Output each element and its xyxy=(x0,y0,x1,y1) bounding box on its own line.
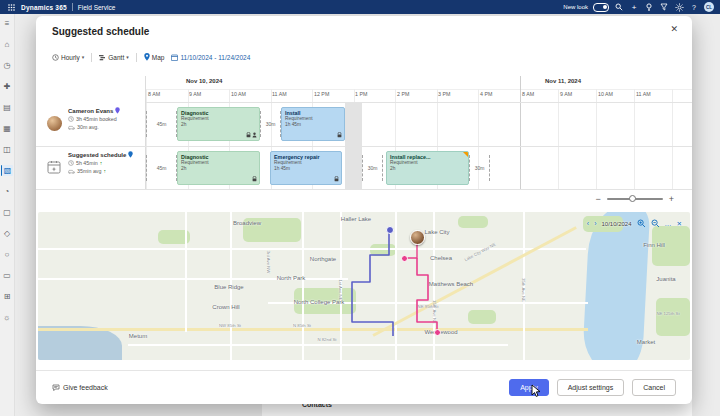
date-range-picker[interactable]: 11/10/2024 - 11/24/2024 xyxy=(171,54,250,61)
cancel-button[interactable]: Cancel xyxy=(632,379,676,396)
suggested-schedule-dialog: Suggested schedule ✕ Hourly▾ Gantt▾ Map … xyxy=(36,16,692,404)
gantt-icon xyxy=(99,54,106,61)
map-label: Metum xyxy=(129,333,147,339)
map-zoom-out-icon[interactable] xyxy=(651,219,660,228)
gantt-dropdown[interactable]: Gantt▾ xyxy=(99,54,128,61)
gantt-date-day1: Nov 10, 2024 xyxy=(186,78,222,84)
map-more-icon[interactable]: … xyxy=(665,220,672,227)
lightbulb-icon[interactable] xyxy=(644,2,654,12)
car-icon xyxy=(68,169,75,174)
bookings-icon[interactable]: ◔ xyxy=(2,186,13,197)
booking-block-install[interactable]: Install Requirement 1h 45m xyxy=(281,107,345,141)
resource-row-suggested[interactable]: Suggested schedule 5h 45min↑ 35min avg↑ xyxy=(36,146,146,190)
map-street-label: 1st Ave NE xyxy=(338,279,343,300)
road xyxy=(395,212,397,360)
booking-block-install-replace[interactable]: Install replace... Requirement 2h xyxy=(386,151,469,185)
clock-icon xyxy=(68,160,74,166)
assets-icon[interactable]: ▢ xyxy=(2,207,13,218)
booking-block-diagnostic[interactable]: Diagnostic Requirement 2h xyxy=(177,151,260,185)
route-map[interactable]: Broadview Haller Lake Lake City Finn Hil… xyxy=(38,212,690,360)
menu-icon[interactable]: ≡ xyxy=(2,18,13,29)
home-icon[interactable]: ⌂ xyxy=(2,39,13,50)
park-area xyxy=(468,310,496,324)
up-arrow-icon: ↑ xyxy=(100,160,103,166)
map-date[interactable]: 10/10/2024 xyxy=(602,221,632,227)
accounts-icon[interactable]: ◇ xyxy=(2,228,13,239)
map-label: Matthews Beach xyxy=(429,281,473,287)
give-feedback-link[interactable]: Give feedback xyxy=(52,384,108,392)
map-street-label: N 82nd St xyxy=(317,337,336,342)
route-end-marker[interactable] xyxy=(434,329,441,336)
tasks-icon[interactable]: ▦ xyxy=(2,123,13,134)
quick-create-icon[interactable]: + xyxy=(629,2,639,12)
person-icon xyxy=(252,132,257,138)
map-label: Broadview xyxy=(233,220,261,226)
travel-time: 30m xyxy=(469,155,490,181)
apps-icon[interactable]: ⊞ xyxy=(2,291,13,302)
settings-area-icon[interactable]: ☼ xyxy=(2,312,13,323)
route-stop-marker[interactable] xyxy=(401,255,408,262)
app-brand[interactable]: Dynamics 365 xyxy=(21,4,67,11)
pinned-icon[interactable]: ✚ xyxy=(2,81,13,92)
map-label: Juanita xyxy=(656,276,675,282)
hourly-dropdown[interactable]: Hourly▾ xyxy=(52,54,84,61)
dialog-footer: Give feedback Apply Adjust settings Canc… xyxy=(36,370,692,404)
adjust-settings-button[interactable]: Adjust settings xyxy=(557,379,625,396)
up-arrow-icon: ↑ xyxy=(103,168,106,174)
park-area xyxy=(458,216,488,228)
road xyxy=(38,248,586,250)
map-street-label: 15th Ave NE xyxy=(432,300,437,324)
suggested-schedule-icon xyxy=(47,160,61,178)
schedule-gantt: Nov 10, 2024 Nov 11, 2024 8 AM 9 AM 10 A… xyxy=(36,76,692,190)
park-area xyxy=(656,298,690,336)
clock-icon xyxy=(52,54,59,61)
map-toggle[interactable]: Map xyxy=(144,53,165,61)
agenda-icon[interactable]: ▤ xyxy=(2,102,13,113)
help-icon[interactable]: ? xyxy=(689,2,699,12)
lock-icon xyxy=(334,176,339,182)
map-label: Finn Hill xyxy=(643,242,665,248)
booking-block-emergency-repair[interactable]: Emergency repair Requirement 1h 45m xyxy=(270,151,342,185)
map-prev-day-icon[interactable]: ‹ xyxy=(587,220,589,227)
reports-icon[interactable]: ▭ xyxy=(2,270,13,281)
gear-icon[interactable] xyxy=(674,2,684,12)
technician-map-avatar[interactable] xyxy=(410,230,425,245)
zoom-slider[interactable] xyxy=(607,198,663,200)
app-sidebar: ≡ ⌂ ◷ ✚ ▤ ▦ ◫ ▧ ◔ ▢ ◇ ○ ▭ ⊞ ☼ xyxy=(0,14,15,416)
feedback-icon xyxy=(52,384,60,392)
lock-icon xyxy=(337,132,342,138)
map-next-day-icon[interactable]: › xyxy=(594,220,596,227)
map-label: Chelsea xyxy=(430,255,452,261)
map-close-icon[interactable]: ✕ xyxy=(677,220,682,228)
clock-icon xyxy=(68,116,74,122)
zoom-slider-thumb[interactable] xyxy=(629,195,636,202)
user-avatar[interactable]: CL xyxy=(704,2,714,12)
work-orders-icon[interactable]: ◫ xyxy=(2,144,13,155)
map-label: Market xyxy=(637,339,655,345)
map-pin-icon xyxy=(115,107,120,114)
map-zoom-in-icon[interactable] xyxy=(637,219,646,228)
map-label: Blue Ridge xyxy=(214,284,243,290)
apply-button[interactable]: Apply xyxy=(509,379,549,396)
booking-block-diagnostic[interactable]: Diagnostic Requirement 2h xyxy=(177,107,260,141)
travel-time: 30m xyxy=(362,155,383,181)
contacts-icon[interactable]: ○ xyxy=(2,249,13,260)
map-street-label: N 85th St xyxy=(293,323,311,328)
search-icon[interactable] xyxy=(614,2,624,12)
new-look-toggle[interactable] xyxy=(593,3,609,12)
route-start-marker[interactable] xyxy=(386,226,394,234)
waffle-icon[interactable] xyxy=(6,2,16,12)
resource-row-cameron[interactable]: Cameron Evans 3h 45min booked 30m avg. xyxy=(36,102,146,146)
zoom-in-button[interactable]: + xyxy=(669,194,674,204)
map-label: Wedgewood xyxy=(424,329,457,335)
map-street-label: NW 85th St xyxy=(219,323,241,328)
lake-washington xyxy=(582,212,651,360)
filter-icon[interactable] xyxy=(659,2,669,12)
recent-icon[interactable]: ◷ xyxy=(2,60,13,71)
chevron-down-icon: ▾ xyxy=(126,54,129,60)
close-icon[interactable]: ✕ xyxy=(670,24,678,34)
travel-time: 30m xyxy=(260,111,281,137)
zoom-out-button[interactable]: − xyxy=(595,194,600,204)
app-name[interactable]: Field Service xyxy=(78,4,116,11)
schedule-board-icon[interactable]: ▧ xyxy=(1,165,13,176)
